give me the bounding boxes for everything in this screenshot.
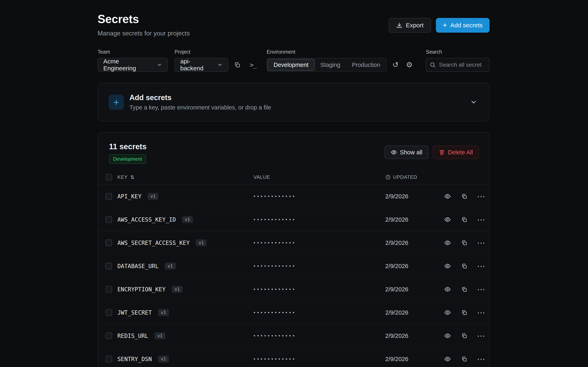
masked-value[interactable]: •••••••••••• xyxy=(254,333,385,339)
more-options-icon[interactable]: ⋯ xyxy=(477,309,485,316)
add-secrets-panel[interactable]: + Add secrets Type a key, paste environm… xyxy=(98,83,490,122)
row-checkbox[interactable] xyxy=(105,240,112,246)
table-header-row: KEY ⇅ VALUE UPDATED xyxy=(98,170,489,185)
show-all-button[interactable]: Show all xyxy=(385,146,429,159)
reveal-eye-icon[interactable] xyxy=(444,262,451,270)
more-options-icon[interactable]: ⋯ xyxy=(477,355,485,363)
more-options-icon[interactable]: ⋯ xyxy=(477,332,485,340)
key-column-header[interactable]: KEY ⇅ xyxy=(117,174,254,180)
header-checkbox-cell xyxy=(105,174,117,180)
table-row: ENCRYPTION_KEY v1 •••••••••••• 2/9/2026 … xyxy=(98,278,489,301)
select-all-checkbox[interactable] xyxy=(105,174,112,180)
copy-icon[interactable] xyxy=(461,193,468,200)
download-icon xyxy=(396,22,403,29)
title-block: Secrets Manage secrets for your projects xyxy=(98,12,190,37)
masked-value[interactable]: •••••••••••• xyxy=(254,193,385,199)
copy-icon[interactable] xyxy=(461,332,468,340)
environment-segmented-control: Development Staging Production xyxy=(267,58,387,72)
reveal-eye-icon[interactable] xyxy=(444,355,451,363)
masked-value[interactable]: •••••••••••• xyxy=(254,286,385,292)
copy-icon[interactable] xyxy=(461,309,468,316)
version-badge: v1 xyxy=(158,356,169,363)
more-options-icon[interactable]: ⋯ xyxy=(477,239,485,247)
sort-icon[interactable]: ⇅ xyxy=(130,174,135,180)
row-checkbox[interactable] xyxy=(105,263,112,269)
secret-key: AWS_ACCESS_KEY_ID xyxy=(117,216,176,223)
secret-key: AWS_SECRET_ACCESS_KEY xyxy=(117,240,190,246)
project-tools: >_ xyxy=(232,58,259,72)
table-row: API_KEY v1 •••••••••••• 2/9/2026 ⋯ xyxy=(98,185,489,208)
masked-value[interactable]: •••••••••••• xyxy=(254,310,385,315)
updated-date: 2/9/2026 xyxy=(385,309,444,316)
history-icon[interactable]: ↺ xyxy=(389,59,401,71)
more-options-icon[interactable]: ⋯ xyxy=(477,193,485,200)
terminal-icon[interactable]: >_ xyxy=(248,59,259,71)
secret-key: ENCRYPTION_KEY xyxy=(117,286,165,293)
table-row: DATABASE_URL v1 •••••••••••• 2/9/2026 ⋯ xyxy=(98,255,489,278)
version-badge: v1 xyxy=(165,263,176,269)
team-dropdown[interactable]: Acme Engineering xyxy=(98,58,168,72)
reveal-eye-icon[interactable] xyxy=(444,193,451,200)
gear-icon[interactable]: ⚙ xyxy=(403,59,415,71)
add-secrets-button[interactable]: + Add secrets xyxy=(436,18,490,33)
row-checkbox[interactable] xyxy=(105,193,112,200)
reveal-eye-icon[interactable] xyxy=(444,332,451,340)
eye-icon xyxy=(391,149,397,155)
copy-icon[interactable] xyxy=(461,262,468,270)
updated-date: 2/9/2026 xyxy=(385,216,444,223)
updated-date: 2/9/2026 xyxy=(385,193,444,200)
row-checkbox[interactable] xyxy=(105,356,112,362)
more-options-icon[interactable]: ⋯ xyxy=(477,262,485,270)
more-options-icon[interactable]: ⋯ xyxy=(477,216,485,223)
copy-icon[interactable] xyxy=(461,216,468,223)
search-icon xyxy=(430,62,436,68)
team-filter: Team Acme Engineering xyxy=(98,49,168,72)
header-actions: Export + Add secrets xyxy=(389,18,490,33)
count-block: 11 secrets Development xyxy=(109,142,147,164)
secret-key: SENTRY_DSN xyxy=(117,356,152,363)
environment-filter: Environment Development Staging Producti… xyxy=(267,49,387,72)
updated-date: 2/9/2026 xyxy=(385,356,444,363)
copy-icon[interactable] xyxy=(461,286,468,293)
env-option-production[interactable]: Production xyxy=(346,59,386,71)
more-options-icon[interactable]: ⋯ xyxy=(477,286,485,293)
reveal-eye-icon[interactable] xyxy=(444,216,451,223)
row-checkbox[interactable] xyxy=(105,216,112,223)
row-checkbox[interactable] xyxy=(105,309,112,316)
masked-value[interactable]: •••••••••••• xyxy=(254,217,385,222)
key-cell: AWS_SECRET_ACCESS_KEY v1 xyxy=(117,239,254,246)
chevron-down-icon[interactable] xyxy=(470,99,479,106)
row-checkbox[interactable] xyxy=(105,333,112,339)
clock-icon xyxy=(385,175,390,180)
masked-value[interactable]: •••••••••••• xyxy=(254,240,385,246)
chevron-down-icon xyxy=(217,62,223,67)
version-badge: v1 xyxy=(172,286,182,293)
key-cell: DATABASE_URL v1 xyxy=(117,263,254,269)
delete-all-button[interactable]: Delete All xyxy=(433,146,479,159)
table-row: SENTRY_DSN v1 •••••••••••• 2/9/2026 ⋯ xyxy=(98,348,489,367)
row-actions: ⋯ xyxy=(444,286,485,293)
updated-date: 2/9/2026 xyxy=(385,263,444,269)
version-badge: v1 xyxy=(196,239,207,246)
env-option-staging[interactable]: Staging xyxy=(315,59,346,71)
copy-icon[interactable] xyxy=(461,239,468,247)
env-option-development[interactable]: Development xyxy=(268,59,315,71)
updated-date: 2/9/2026 xyxy=(385,286,444,293)
copy-project-icon[interactable] xyxy=(232,59,242,71)
masked-value[interactable]: •••••••••••• xyxy=(254,263,385,269)
row-checkbox[interactable] xyxy=(105,286,112,292)
export-button[interactable]: Export xyxy=(389,18,431,33)
project-dropdown[interactable]: api-backend xyxy=(174,58,228,72)
team-label: Team xyxy=(98,49,168,55)
masked-value[interactable]: •••••••••••• xyxy=(254,356,385,362)
key-cell: REDIS_URL v1 xyxy=(117,332,254,339)
reveal-eye-icon[interactable] xyxy=(444,239,451,247)
row-actions: ⋯ xyxy=(444,239,485,247)
copy-icon[interactable] xyxy=(461,355,468,363)
reveal-eye-icon[interactable] xyxy=(444,286,451,293)
reveal-eye-icon[interactable] xyxy=(444,309,451,316)
search-filter: Search xyxy=(426,49,490,72)
updated-column-header: UPDATED xyxy=(385,174,444,180)
team-value: Acme Engineering xyxy=(103,58,152,72)
secret-key: DATABASE_URL xyxy=(117,263,159,269)
